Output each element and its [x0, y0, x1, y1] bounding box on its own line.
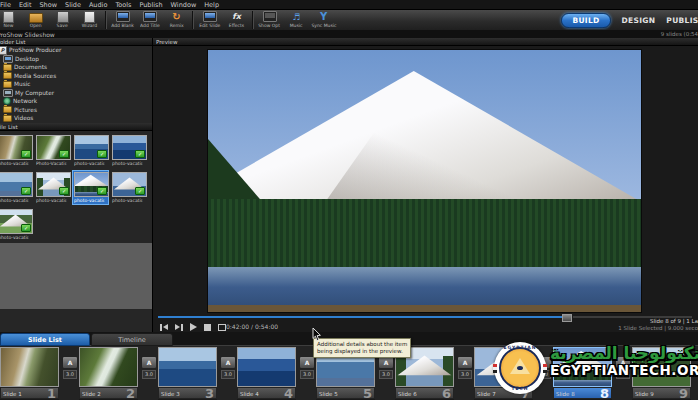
transition-duration[interactable]: 3.0	[221, 370, 235, 379]
folder-item-documents[interactable]: Documents	[0, 63, 152, 72]
fullscreen-icon	[218, 324, 226, 331]
transition-duration[interactable]: 3.0	[63, 370, 77, 379]
sync-music-button[interactable]: YSync Music	[310, 10, 337, 30]
file-item[interactable]: ✓Photo-Vacatio...	[34, 133, 71, 168]
slide-item[interactable]: Slide 44	[237, 344, 296, 400]
slide-number: 6	[442, 386, 451, 400]
show-options-button[interactable]: Show Opt	[256, 10, 283, 30]
slides-summary: 9 slides (0:54	[661, 31, 698, 37]
edit-slide-button[interactable]: Edit Slide	[196, 10, 223, 30]
transition-duration[interactable]: 3.0	[458, 370, 472, 379]
folder-item-proshow-producer[interactable]: PProShow Producer	[0, 46, 152, 55]
remix-button[interactable]: ↻Remix	[163, 10, 190, 30]
network-icon	[3, 97, 11, 105]
toolbar-label: Edit Slide	[199, 23, 220, 28]
menu-help[interactable]: Help	[200, 1, 223, 9]
add-title-icon	[143, 11, 157, 22]
transition-duration[interactable]: 3.0	[300, 370, 314, 379]
playback-controls	[160, 322, 226, 332]
show-title: ProShow Slideshow	[0, 31, 55, 38]
save-button[interactable]: Save	[49, 10, 76, 30]
file-item[interactable]: ✓photo-vacatio...	[72, 133, 109, 168]
app-icon: P	[0, 46, 7, 55]
menu-publish[interactable]: Publish	[135, 1, 166, 9]
file-label: photo-vacatio...	[0, 197, 28, 203]
save-icon	[57, 11, 69, 23]
open-button[interactable]: Open	[22, 10, 49, 30]
file-item[interactable]: ✓photo-vacatio...	[110, 170, 147, 205]
logo-text-bottom: TECH	[494, 386, 546, 391]
file-item[interactable]: ✓photo-vacatio...	[34, 170, 71, 205]
folder-item-network[interactable]: Network	[0, 97, 152, 106]
menu-show[interactable]: Show	[35, 1, 61, 9]
playback-progress-bar[interactable]	[158, 316, 562, 318]
build-mode-button[interactable]: BUILD	[561, 13, 610, 28]
stop-button[interactable]	[204, 324, 211, 331]
previous-slide-button[interactable]	[160, 324, 168, 331]
slide-item[interactable]: Slide 11	[0, 344, 59, 400]
slide-label: Slide 5	[319, 391, 338, 397]
file-item[interactable]: ✓photo-vacatio...	[110, 133, 147, 168]
wizard-icon	[84, 11, 95, 23]
toolbar-label: Open	[29, 23, 41, 28]
playback-progress-handle[interactable]	[562, 314, 572, 322]
publish-mode-button[interactable]: PUBLISH	[666, 16, 698, 25]
file-item[interactable]: ✓photo-vacatio...	[0, 170, 33, 205]
file-item[interactable]: ✓photo-vacatio...	[0, 133, 33, 168]
add-title-button[interactable]: Add Title	[136, 10, 163, 30]
music-button[interactable]: ♬Music	[283, 10, 310, 30]
file-list-header: File List	[0, 123, 152, 131]
add-blank-button[interactable]: Add Blank	[109, 10, 136, 30]
menu-file[interactable]: File	[0, 1, 15, 9]
check-badge-icon: ✓	[21, 187, 31, 195]
check-badge-icon: ✓	[21, 150, 31, 158]
wizard-button[interactable]: Wizard	[76, 10, 103, 30]
new-button[interactable]: New	[0, 10, 22, 30]
fullscreen-button[interactable]	[218, 324, 226, 331]
folder-item-pictures[interactable]: Pictures	[0, 106, 152, 115]
effects-button[interactable]: fxEffects	[223, 10, 250, 30]
file-label: Photo-Vacatio...	[36, 160, 66, 166]
file-item-selected[interactable]: ✓photo-vacatio...	[72, 170, 109, 205]
next-slide-button[interactable]	[175, 324, 183, 331]
transition-duration[interactable]: 3.0	[379, 370, 393, 379]
menu-slide[interactable]: Slide	[61, 1, 85, 9]
slide-label: Slide 4	[240, 391, 259, 397]
file-item[interactable]: ✓photo-vacatio...	[0, 207, 33, 242]
check-badge-icon: ✓	[97, 150, 107, 158]
file-label: photo-vacatio...	[112, 197, 142, 203]
menu-window[interactable]: Window	[167, 1, 201, 9]
transition-icon: A	[220, 356, 236, 369]
toolbar-separator	[252, 11, 254, 29]
transition-icon: A	[62, 356, 78, 369]
transition-button[interactable]: A3.0	[454, 344, 474, 400]
show-options-icon	[263, 11, 277, 22]
play-button[interactable]	[190, 323, 197, 331]
folder-item-desktop[interactable]: Desktop	[0, 55, 152, 64]
folder-item-music[interactable]: Music	[0, 80, 152, 89]
folder-item-videos[interactable]: Videos	[0, 114, 152, 123]
transition-button[interactable]: A3.0	[138, 344, 158, 400]
slide-item[interactable]: Slide 22	[79, 344, 138, 400]
folder-list-header: Folder List	[0, 38, 152, 46]
transition-button[interactable]: A3.0	[217, 344, 237, 400]
menu-tools[interactable]: Tools	[111, 1, 135, 9]
transition-duration[interactable]: 3.0	[142, 370, 156, 379]
menu-edit[interactable]: Edit	[15, 1, 36, 9]
transition-icon: A	[141, 356, 157, 369]
flag-icon	[543, 364, 547, 373]
check-badge-icon: ✓	[21, 224, 31, 232]
slide-item[interactable]: Slide 33	[158, 344, 217, 400]
new-icon	[3, 11, 14, 23]
mouse-cursor-icon	[312, 327, 322, 346]
design-mode-button[interactable]: DESIGN	[622, 16, 656, 25]
check-badge-icon: ✓	[97, 187, 107, 195]
folder-item-media-sources[interactable]: Media Sources	[0, 72, 152, 81]
transition-button[interactable]: A3.0	[59, 344, 79, 400]
toolbar-label: New	[4, 23, 14, 28]
menu-audio[interactable]: Audio	[85, 1, 111, 9]
watermark-arabic-text: التكنولوجيا المصرية	[550, 344, 698, 362]
slide-number: 3	[205, 386, 214, 400]
folder-item-my-computer[interactable]: My Computer	[0, 89, 152, 98]
toolbar-label: Remix	[169, 23, 183, 28]
